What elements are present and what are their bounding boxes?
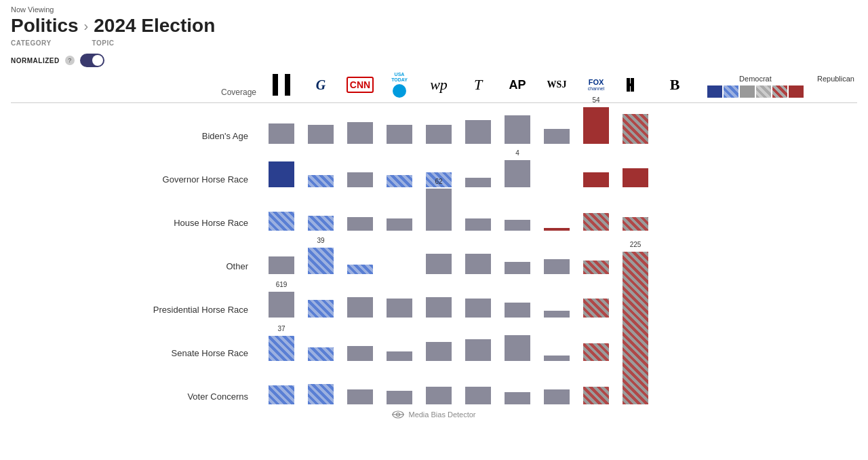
topic-label: 2024 Election — [94, 15, 215, 37]
row-label: Senate Horse Race — [11, 348, 262, 361]
chart-row: Voter Concerns225 — [11, 364, 857, 404]
row-label: Governor Horse Race — [11, 174, 262, 187]
bar — [465, 254, 491, 274]
bar-cell — [498, 320, 537, 361]
footer: Media Bias Detector — [0, 410, 868, 419]
bar — [347, 265, 373, 274]
bar-cell — [301, 147, 340, 187]
bar — [308, 175, 334, 187]
bar-cell — [576, 277, 616, 318]
help-icon[interactable]: ? — [65, 56, 75, 65]
bar-cell — [419, 233, 458, 274]
bar: 62 — [426, 189, 452, 231]
bar-cell — [262, 103, 301, 144]
bar-cell — [537, 320, 576, 361]
outlet-header-row: Coverage G CNN USA TODAY — [11, 71, 857, 103]
footer-text: Media Bias Detector — [408, 410, 475, 419]
row-label: Voter Concerns — [11, 391, 262, 404]
bar-cell — [262, 364, 301, 404]
bar-cell — [419, 277, 458, 318]
bar: 54 — [583, 107, 609, 144]
bar-cell — [380, 320, 419, 361]
bar-cell — [576, 364, 616, 404]
bar-cell — [419, 103, 458, 144]
normalized-toggle[interactable] — [80, 54, 104, 67]
bar — [623, 168, 648, 187]
outlet-cnn: CNN — [340, 71, 380, 98]
topic-meta-label: TOPIC — [92, 39, 115, 47]
outlet-breitbart: B — [655, 71, 694, 98]
bar — [623, 114, 648, 144]
bar-cell — [537, 190, 576, 231]
bar: 4 — [505, 160, 530, 187]
bar — [387, 299, 412, 318]
bar — [387, 391, 412, 404]
row-label: Biden's Age — [11, 131, 262, 144]
bar — [347, 217, 373, 231]
chart-row: Biden's Age54 — [11, 103, 857, 144]
footer-icon — [392, 410, 404, 419]
row-label: House Horse Race — [11, 218, 262, 231]
bar — [583, 343, 609, 361]
bar — [505, 303, 530, 318]
category-label[interactable]: Politics — [11, 15, 79, 37]
bar — [583, 299, 609, 318]
bar-value-label: 62 — [435, 178, 442, 185]
bar — [308, 384, 334, 404]
bar — [426, 387, 452, 404]
bar-cell — [380, 364, 419, 404]
bar — [269, 161, 294, 187]
outlet-guardian: G — [301, 71, 340, 98]
header: Now Viewing Politics › 2024 Election CAT… — [0, 0, 868, 50]
bar — [465, 339, 491, 361]
bar — [505, 262, 530, 274]
bar-value-label: 37 — [277, 325, 285, 332]
bar-cell — [458, 103, 498, 144]
bar-cell — [380, 103, 419, 144]
bar-cell — [655, 147, 694, 187]
bar-cell — [262, 233, 301, 274]
bar-cell — [655, 103, 694, 144]
bar — [544, 259, 570, 274]
bar-cell — [655, 190, 694, 231]
bars-group: 225 — [262, 364, 694, 404]
bar-cell — [537, 364, 576, 404]
bar-cell — [419, 364, 458, 404]
bars-group: 54 — [262, 103, 694, 144]
bar — [544, 356, 570, 361]
chart-rows: Biden's Age54Governor Horse Race4House H… — [11, 103, 857, 404]
bar-cell — [498, 277, 537, 318]
bar-cell — [458, 320, 498, 361]
bar-cell — [576, 147, 616, 187]
bar — [544, 129, 570, 144]
bar — [583, 172, 609, 187]
toggle-knob — [92, 55, 103, 66]
bar — [347, 346, 373, 361]
bar — [308, 347, 334, 361]
bar — [308, 300, 334, 318]
outlet-thehill — [262, 71, 301, 98]
bar-cell — [537, 233, 576, 274]
bar-cell — [301, 190, 340, 231]
chart-row: House Horse Race62 — [11, 190, 857, 231]
bar — [505, 115, 530, 144]
bar-value-label: 225 — [630, 241, 642, 248]
bar — [426, 125, 452, 144]
bar-cell: 37 — [262, 320, 301, 361]
bar-cell: 39 — [301, 233, 340, 274]
bar — [623, 217, 648, 231]
bar — [426, 342, 452, 361]
bar-value-label: 4 — [515, 149, 519, 157]
bars-group: 62 — [262, 190, 694, 231]
bar — [387, 351, 412, 361]
bar-cell — [458, 233, 498, 274]
row-label: Presidential Horse Race — [11, 305, 262, 318]
bar — [583, 387, 609, 404]
outlet-huffpost — [616, 71, 655, 98]
bar-cell — [616, 103, 655, 144]
bar — [387, 125, 412, 144]
bar-cell — [655, 320, 694, 361]
bar-cell — [616, 147, 655, 187]
bar — [465, 120, 491, 144]
outlet-nyt: T — [458, 71, 498, 98]
